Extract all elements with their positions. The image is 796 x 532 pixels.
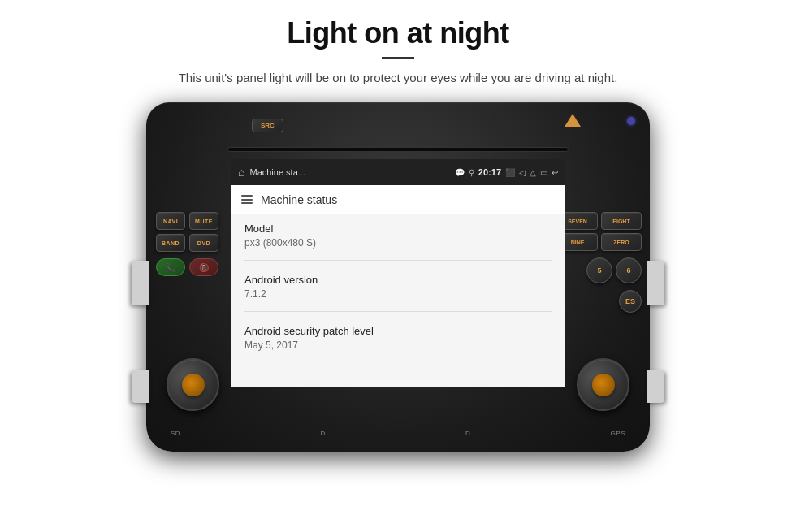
app-header-title: Machine status [261,193,337,206]
dvd-button[interactable]: DVD [189,234,218,252]
location-icon: ⚲ [469,168,474,177]
phone-reject-icon: 📵 [199,263,209,272]
gps-label: GPS [611,430,625,437]
right-controls: SEVEN EIGHT NINE ZERO 5 6 ES [557,212,642,313]
phone-accept-icon: 📞 [166,263,175,272]
right-extra-row: ES [557,290,642,313]
model-value: px3 (800x480 S) [244,237,552,249]
extra-btn-1[interactable]: ES [619,290,642,313]
bottom-labels: SD D D GPS [146,430,650,437]
cd-slot [227,147,569,152]
right-top-row: SEVEN EIGHT [557,212,642,230]
eject-triangle-icon[interactable] [565,114,581,127]
band-button[interactable]: BAND [156,234,185,252]
security-patch-label: Android security patch level [244,325,552,337]
camera-icon: ⬛ [505,168,515,177]
d-label-left: D [320,430,325,437]
title-divider [382,57,414,59]
left-controls: NAVI MUTE BAND DVD 📞 📵 [156,212,218,276]
navi-mute-row: NAVI MUTE [156,212,218,230]
five-button[interactable]: 5 [586,257,612,283]
right-knob[interactable] [577,358,629,411]
android-screen: ⌂ Machine sta... 💬 ⚲ 20:17 ⬛ ◁ △ ▭ ↩ [231,159,565,387]
page-title: Light on at night [287,16,508,50]
right-bottom-row: 5 6 [557,257,642,283]
android-version-label: Android version [244,274,552,286]
info-android-version: Android version 7.1.2 [244,274,552,312]
mute-button[interactable]: MUTE [189,212,218,230]
back-icon[interactable]: ↩ [552,168,558,177]
info-security-patch: Android security patch level May 5, 2017 [244,325,552,362]
call-accept-button[interactable]: 📞 [156,258,185,276]
volume-icon: ◁ [519,168,526,177]
app-content: Model px3 (800x480 S) Android version 7.… [231,214,565,383]
d-label-right: D [465,430,470,437]
sd-label: SD [171,430,180,437]
hamburger-menu[interactable] [241,195,253,204]
android-version-value: 7.1.2 [244,288,552,300]
page-wrapper: Light on at night This unit's panel ligh… [0,0,796,532]
screen-icon: ▭ [540,168,547,177]
hamburger-line-1 [241,195,253,197]
navi-button[interactable]: NAVI [156,212,185,230]
power-dot [627,117,635,125]
status-time: 20:17 [478,167,501,177]
zero-button[interactable]: ZERO [601,233,642,251]
hamburger-line-2 [241,199,253,201]
six-button[interactable]: 6 [616,257,642,283]
app-header: Machine status [231,185,565,214]
right-mid-row: NINE ZERO [557,233,642,251]
band-dvd-row: BAND DVD [156,234,218,252]
model-label: Model [244,223,552,235]
left-knob[interactable] [167,358,219,411]
hamburger-line-3 [241,202,253,204]
side-tab-left-bottom [132,370,149,403]
src-button[interactable]: SRC [252,119,283,132]
phone-buttons: 📞 📵 [156,258,218,276]
home-icon[interactable]: ⌂ [238,166,244,179]
side-tab-right [647,261,664,305]
security-patch-value: May 5, 2017 [244,340,552,351]
info-model: Model px3 (800x480 S) [244,223,552,261]
call-reject-button[interactable]: 📵 [189,258,218,276]
status-bar: ⌂ Machine sta... 💬 ⚲ 20:17 ⬛ ◁ △ ▭ ↩ [231,159,565,185]
message-icon: 💬 [455,168,465,177]
status-app-name: Machine sta... [249,167,449,177]
media-icon: △ [530,168,536,177]
page-subtitle: This unit's panel light will be on to pr… [179,71,618,84]
car-unit: SRC NAVI MUTE BAND DVD 📞 📵 [146,102,650,452]
status-icons: 💬 ⚲ 20:17 ⬛ ◁ △ ▭ ↩ [455,167,558,177]
eight-button[interactable]: EIGHT [601,212,642,230]
side-tab-left [132,261,149,305]
side-tab-right-bottom [647,370,664,403]
